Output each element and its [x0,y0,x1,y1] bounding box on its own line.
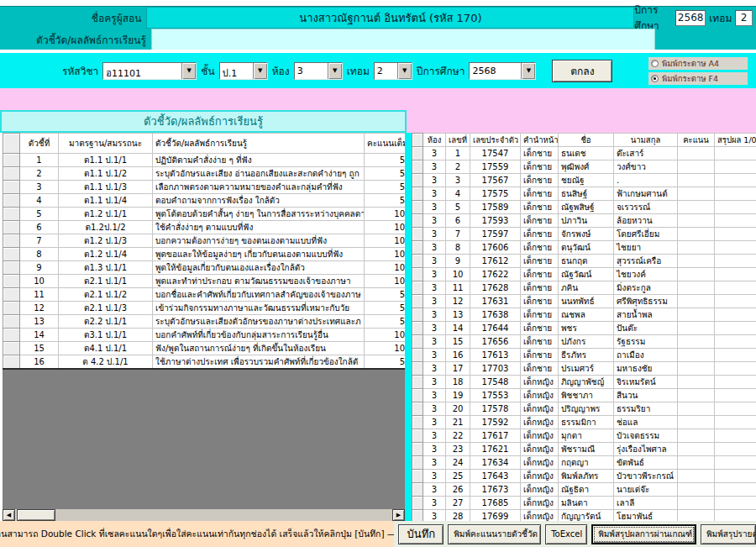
score-cell[interactable] [678,147,715,160]
row-selector[interactable] [412,362,423,376]
score-cell[interactable] [678,429,715,443]
row-selector[interactable] [412,456,423,470]
year-combobox[interactable]: 2568 ▼ [469,62,536,80]
max-score-cell[interactable]: 5 [365,167,408,181]
year-input[interactable]: 2568 [675,10,706,26]
row-selector[interactable] [412,201,423,214]
max-score-cell[interactable]: 5 [365,315,408,329]
row-selector[interactable] [412,214,423,228]
score-cell[interactable] [678,362,715,376]
row-selector[interactable] [412,470,423,483]
score-cell[interactable] [678,349,715,362]
row-selector[interactable] [412,160,423,174]
score-cell[interactable] [678,322,715,335]
max-score-cell[interactable]: 5 [365,288,408,302]
score-cell[interactable] [678,389,715,402]
max-score-cell[interactable]: 10 [365,261,408,275]
score-cell[interactable] [678,335,715,349]
row-selector[interactable] [412,416,423,429]
score-cell[interactable] [678,470,715,483]
chevron-down-icon[interactable]: ▼ [521,63,535,79]
term-input[interactable]: 2 [735,10,753,26]
row-selector[interactable] [412,335,423,349]
result-cell[interactable] [715,389,756,402]
score-cell[interactable] [678,483,715,497]
score-cell[interactable] [678,174,715,187]
scrollbar-track[interactable] [55,509,392,521]
score-cell[interactable] [678,456,715,470]
row-selector[interactable] [3,181,20,194]
max-score-cell[interactable]: 5 [365,302,408,315]
result-cell[interactable] [715,376,756,389]
max-score-cell[interactable]: 10 [365,208,408,221]
result-cell[interactable] [715,402,756,416]
row-selector[interactable] [3,234,20,248]
row-selector[interactable] [412,443,423,456]
score-cell[interactable] [678,281,715,295]
score-cell[interactable] [678,308,715,322]
row-selector[interactable] [3,221,20,234]
max-score-cell[interactable]: 5 [365,154,408,167]
max-score-cell[interactable]: 5 [365,355,408,370]
result-cell[interactable] [715,201,756,214]
row-selector[interactable] [412,268,423,281]
row-selector[interactable] [412,147,423,160]
ok-button[interactable]: ตกลง [552,60,612,82]
row-selector[interactable] [412,187,423,201]
row-selector[interactable] [3,329,20,342]
result-cell[interactable] [715,255,756,268]
result-cell[interactable] [715,308,756,322]
print-scores-by-indicator-button[interactable]: พิมพ์คะแนนรายตัวชี้วัด [448,524,541,544]
row-selector[interactable] [412,228,423,241]
result-cell[interactable] [715,214,756,228]
max-score-cell[interactable]: 10 [365,221,408,234]
row-selector[interactable] [3,167,20,181]
row-selector[interactable] [3,154,20,167]
row-selector[interactable] [412,483,423,497]
row-selector[interactable] [3,355,20,370]
result-cell[interactable] [715,187,756,201]
row-selector[interactable] [412,349,423,362]
row-selector[interactable] [412,497,423,510]
result-cell[interactable] [715,443,756,456]
class-combobox[interactable]: ป.1 ▼ [219,62,268,80]
score-cell[interactable] [678,295,715,308]
score-cell[interactable] [678,160,715,174]
result-cell[interactable] [715,470,756,483]
row-selector[interactable] [412,174,423,187]
result-cell[interactable] [715,268,756,281]
row-selector[interactable] [3,261,20,275]
horizontal-scrollbar[interactable]: ◀ ▶ [3,509,405,521]
row-selector[interactable] [412,429,423,443]
result-cell[interactable] [715,174,756,187]
row-selector[interactable] [412,281,423,295]
result-cell[interactable] [715,228,756,241]
result-cell[interactable] [715,160,756,174]
result-cell[interactable] [715,456,756,470]
term-combobox[interactable]: 2 ▼ [374,62,412,80]
max-score-cell[interactable]: 10 [365,275,408,288]
result-cell[interactable] [715,416,756,429]
row-selector[interactable] [3,208,20,221]
score-cell[interactable] [678,187,715,201]
chevron-down-icon[interactable]: ▼ [328,63,342,79]
to-excel-button[interactable]: ToExcel [545,524,587,544]
row-selector[interactable] [412,376,423,389]
room-combobox[interactable]: 3 ▼ [294,62,343,80]
score-cell[interactable] [678,201,715,214]
row-selector[interactable] [3,302,20,315]
score-cell[interactable] [678,255,715,268]
score-cell[interactable] [678,443,715,456]
row-selector[interactable] [412,322,423,335]
row-selector[interactable] [412,389,423,402]
result-cell[interactable] [715,147,756,160]
result-cell[interactable] [715,429,756,443]
result-cell[interactable] [715,295,756,308]
max-score-cell[interactable]: 10 [365,234,408,248]
score-cell[interactable] [678,268,715,281]
save-button[interactable]: บันทึก [398,524,444,544]
score-cell[interactable] [678,376,715,389]
scroll-left-icon[interactable]: ◀ [3,509,15,521]
result-cell[interactable] [715,349,756,362]
row-selector[interactable] [3,248,20,261]
